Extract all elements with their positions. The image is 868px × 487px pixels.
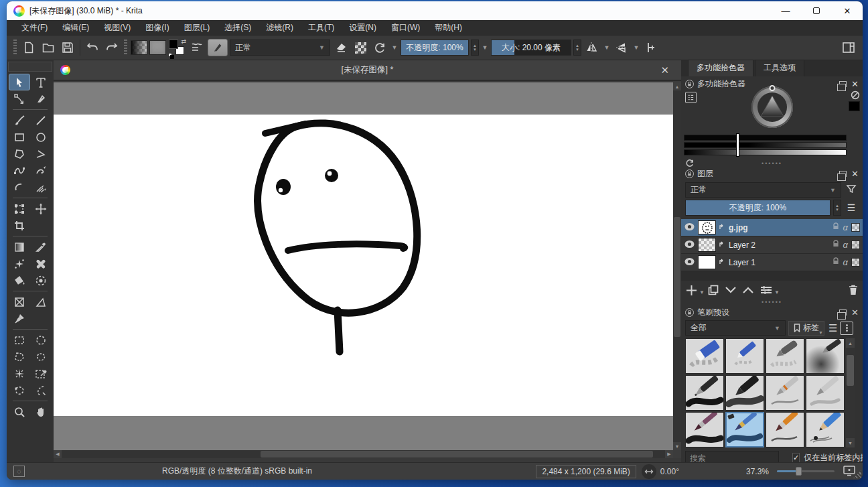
alpha-lock-icon[interactable]: α xyxy=(843,257,848,267)
scroll-right-icon[interactable]: ▶ xyxy=(665,450,673,458)
refresh-colors-icon[interactable] xyxy=(684,158,695,170)
tool-pin-reference[interactable] xyxy=(9,310,30,327)
save-icon[interactable] xyxy=(59,39,76,56)
menu-tools[interactable]: 工具(T) xyxy=(301,21,341,35)
redo-icon[interactable] xyxy=(103,39,121,56)
layer-properties-button[interactable] xyxy=(760,285,773,295)
wrap-around-icon[interactable] xyxy=(613,39,630,56)
tool-fill[interactable] xyxy=(9,272,30,289)
tool-transform[interactable] xyxy=(9,200,30,217)
zoom-slider[interactable] xyxy=(777,470,835,472)
tool-colorize-mask[interactable] xyxy=(9,255,30,272)
tool-reference-images[interactable] xyxy=(9,293,30,310)
scroll-up-icon[interactable]: ▲ xyxy=(673,82,681,90)
tool-color-sampler[interactable] xyxy=(30,238,52,255)
rotation-angle[interactable]: 0.00° xyxy=(660,467,679,476)
layer-blend-mode-select[interactable]: 正常▼ xyxy=(685,182,841,198)
visibility-icon[interactable] xyxy=(684,257,695,268)
subwindow-titlebar[interactable]: [未保存图像] * ✕ xyxy=(54,60,681,81)
tool-select-shapes[interactable] xyxy=(9,74,30,90)
brush-grid-scrollbar[interactable]: ▲ ▼ xyxy=(846,338,855,447)
fit-to-screen-icon[interactable] xyxy=(843,465,856,478)
brush-presets-header[interactable]: 笔刷预设 ✕ xyxy=(681,306,863,319)
toolbox-drag-header[interactable] xyxy=(8,62,52,72)
tool-rectangle[interactable] xyxy=(9,129,30,145)
hue-marker[interactable] xyxy=(769,85,775,91)
menu-settings[interactable]: 设置(N) xyxy=(342,21,383,35)
lock-icon[interactable] xyxy=(685,169,694,178)
menu-file[interactable]: 文件(F) xyxy=(15,21,54,35)
undo-icon[interactable] xyxy=(84,39,101,56)
tool-bezier-curve[interactable] xyxy=(9,162,30,179)
chevron-down-icon[interactable]: ▼ xyxy=(390,44,399,51)
snap-assistant-icon[interactable] xyxy=(642,39,660,56)
tool-polyline[interactable] xyxy=(30,145,52,162)
tool-ellipse[interactable] xyxy=(30,129,52,145)
brush-preset-soft-eraser[interactable] xyxy=(766,338,804,374)
chevron-down-icon[interactable]: ▼ xyxy=(774,289,780,295)
lock-icon[interactable] xyxy=(685,80,694,88)
selection-indicator-icon[interactable]: ◌ xyxy=(13,466,25,477)
brush-preset-ink-pen[interactable] xyxy=(685,375,724,411)
canvas-document[interactable] xyxy=(54,115,673,416)
tool-select-by-color-sampler[interactable] xyxy=(30,365,52,382)
open-document-icon[interactable] xyxy=(40,39,57,56)
scroll-down-icon[interactable]: ▼ xyxy=(846,438,855,447)
float-docker-icon[interactable] xyxy=(839,171,847,177)
tool-line[interactable] xyxy=(30,112,52,129)
blend-mode-select[interactable]: 正常▼ xyxy=(230,40,330,56)
pattern-chooser[interactable] xyxy=(149,40,166,55)
toolbar-drag-handle[interactable] xyxy=(124,40,127,56)
duplicate-layer-button[interactable] xyxy=(707,284,719,296)
canvas-rotation-icon[interactable] xyxy=(642,464,656,479)
menu-filter[interactable]: 滤镜(R) xyxy=(259,21,300,35)
visibility-icon[interactable] xyxy=(684,222,695,233)
chevron-down-icon[interactable]: ▼ xyxy=(699,289,705,295)
tool-crop[interactable] xyxy=(9,217,30,234)
scroll-down-icon[interactable]: ▼ xyxy=(673,442,681,450)
brush-preset-eraser-large[interactable] xyxy=(685,338,724,374)
tool-text[interactable] xyxy=(30,74,52,90)
gradient-chooser[interactable] xyxy=(131,40,147,55)
layer-style-icon[interactable] xyxy=(719,223,726,232)
tool-polygon[interactable] xyxy=(9,145,30,162)
tool-pan[interactable] xyxy=(30,403,52,420)
tool-gradient[interactable] xyxy=(9,238,30,255)
scroll-up-icon[interactable]: ▲ xyxy=(846,338,855,348)
tool-magnetic-select[interactable] xyxy=(30,382,52,399)
alpha-lock-icon[interactable]: α xyxy=(843,240,848,250)
canvas-viewport[interactable] xyxy=(54,82,673,450)
close-docker-icon[interactable]: ✕ xyxy=(851,171,859,178)
float-docker-icon[interactable] xyxy=(839,309,847,316)
docker-splitter[interactable]: •••••• xyxy=(681,299,863,305)
inherit-alpha-icon[interactable] xyxy=(851,258,860,267)
lock-icon[interactable] xyxy=(685,308,694,317)
brush-option-list-icon[interactable] xyxy=(188,39,206,56)
tool-polygon-select[interactable] xyxy=(9,348,30,365)
brush-preset-detail-orange[interactable] xyxy=(766,412,804,447)
tab-color-selector[interactable]: 多功能拾色器 xyxy=(688,60,753,76)
layer-menu-icon[interactable]: ☰ xyxy=(844,202,859,213)
size-spinner[interactable]: ▲▼ xyxy=(573,40,581,56)
layer-filter-icon[interactable] xyxy=(844,184,859,196)
menu-edit[interactable]: 编辑(E) xyxy=(56,21,96,35)
no-color-icon[interactable] xyxy=(851,90,860,102)
layer-row-layer2[interactable]: Layer 2 α xyxy=(681,236,863,254)
presets-menu-icon[interactable]: ☰ xyxy=(828,322,837,334)
horizontal-scroll-thumb[interactable] xyxy=(261,451,653,458)
menu-view[interactable]: 视图(V) xyxy=(97,21,137,35)
move-layer-up-button[interactable] xyxy=(742,286,754,294)
brush-editor-button[interactable] xyxy=(208,39,228,56)
tool-multibrush[interactable] xyxy=(30,179,52,196)
tool-freehand-select[interactable] xyxy=(30,348,52,365)
delete-layer-button[interactable] xyxy=(848,284,859,296)
brush-preset-paint-dark[interactable] xyxy=(685,412,724,447)
new-document-icon[interactable] xyxy=(20,39,38,56)
chevron-down-icon[interactable]: ▼ xyxy=(481,44,489,51)
preserve-alpha-icon[interactable] xyxy=(352,39,369,56)
menu-layer[interactable]: 图层(L) xyxy=(177,21,217,35)
minimize-button[interactable]: — xyxy=(770,1,801,20)
close-docker-icon[interactable]: ✕ xyxy=(851,81,859,88)
scroll-left-icon[interactable]: ◀ xyxy=(54,450,62,458)
eraser-mode-icon[interactable] xyxy=(332,39,350,56)
